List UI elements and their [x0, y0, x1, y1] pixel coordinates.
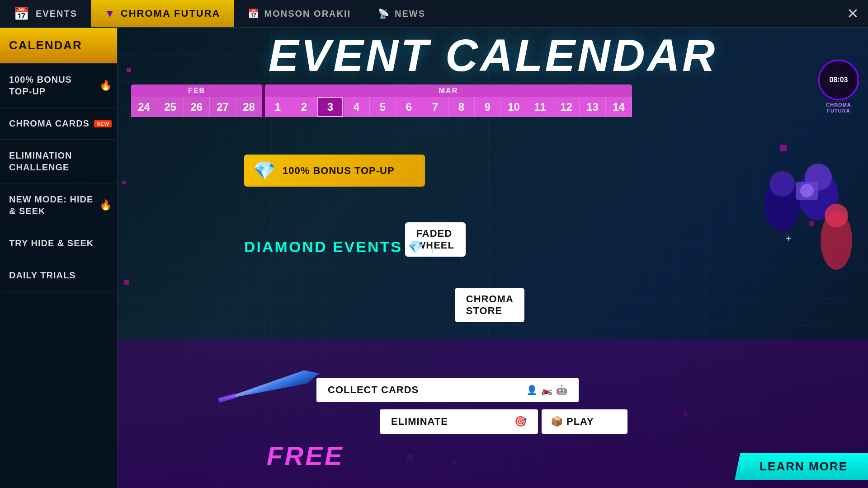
sidebar-item-daily-trials[interactable]: DAILY TRIALS: [0, 259, 117, 291]
play-label: PLAY: [566, 416, 594, 427]
new-badge: NEW: [94, 119, 112, 127]
eliminate-label: ELIMINATE: [391, 416, 448, 427]
date-25[interactable]: 25: [157, 97, 184, 117]
free-text-area: FREE: [267, 441, 344, 471]
svg-point-1: [805, 164, 832, 191]
nav-monson-orakii[interactable]: 📅 MONSON ORAKII: [234, 8, 365, 19]
date-5[interactable]: 5: [370, 97, 396, 117]
date-1[interactable]: 1: [265, 97, 291, 117]
topup-gem-icon: 💎: [253, 160, 276, 181]
date-27[interactable]: 27: [210, 97, 236, 117]
characters-svg: [737, 159, 854, 308]
play-card[interactable]: 📦 PLAY: [542, 409, 627, 434]
sidebar-item-calendar[interactable]: CALENDAR: [0, 28, 117, 64]
close-button[interactable]: ✕: [847, 5, 859, 22]
nav-chroma-label: CHROMA FUTURA: [121, 8, 221, 19]
date-14[interactable]: 14: [606, 97, 632, 117]
svg-point-2: [764, 177, 800, 231]
item-icon-1: 👤: [526, 385, 538, 395]
eliminate-card[interactable]: ELIMINATE 🎯: [380, 409, 538, 434]
month-mar-label: MAR: [265, 84, 632, 97]
svg-rect-6: [796, 182, 818, 200]
date-7[interactable]: 7: [422, 97, 448, 117]
bonus-topup-area: 💎 100% BONUS TOP-UP: [244, 155, 425, 196]
nav-news-label: NEWS: [395, 9, 425, 19]
date-8[interactable]: 8: [448, 97, 475, 117]
svg-point-7: [800, 184, 814, 197]
play-box-icon: 📦: [551, 416, 563, 427]
collect-cards-row: COLLECT CARDS 👤 🏍️ 🤖: [316, 378, 579, 402]
nav-monson-label: MONSON ORAKII: [264, 9, 351, 19]
collect-cards-card[interactable]: COLLECT CARDS 👤 🏍️ 🤖: [316, 378, 579, 402]
date-24[interactable]: 24: [131, 97, 157, 117]
eliminate-play-row: ELIMINATE 🎯 📦 PLAY: [380, 409, 627, 434]
chroma-logo: 08:03 CHROMAFUTURA: [818, 60, 859, 114]
sidebar-label-try: TRY HIDE & SEEK: [9, 237, 94, 249]
sidebar-label-chroma-cards: CHROMA CARDS: [9, 117, 90, 129]
collect-cards-items: 👤 🏍️ 🤖: [526, 385, 567, 395]
free-label: FREE: [267, 441, 344, 470]
sidebar-label-calendar: CALENDAR: [9, 38, 82, 53]
svg-point-4: [821, 211, 852, 270]
date-3[interactable]: 3: [317, 97, 344, 117]
sidebar-label-bonus: 100% BONUSTOP-UP: [9, 74, 72, 97]
chroma-arrow-icon: ▼: [104, 7, 116, 20]
date-2[interactable]: 2: [291, 97, 317, 117]
fire-icon-mode: 🔥: [99, 199, 112, 211]
learn-more-button[interactable]: LEARN MORE: [735, 453, 868, 480]
date-12[interactable]: 12: [553, 97, 580, 117]
fire-icon-bonus: 🔥: [99, 80, 112, 91]
chroma-store-label: CHROMA STORE: [466, 293, 513, 317]
date-13[interactable]: 13: [580, 97, 606, 117]
svg-rect-9: [218, 394, 236, 403]
bonus-topup-label: 100% BONUS TOP-UP: [283, 165, 395, 177]
month-feb-group: FEB 24 25 26 27 28: [131, 84, 262, 117]
collect-cards-label: COLLECT CARDS: [328, 384, 419, 396]
sidebar-label-elimination: ELIMINATIONCHALLENGE: [9, 150, 72, 173]
date-6[interactable]: 6: [396, 97, 422, 117]
sidebar-label-daily: DAILY TRIALS: [9, 269, 76, 281]
sidebar-item-bonus-topup[interactable]: 100% BONUSTOP-UP 🔥: [0, 64, 117, 108]
mar-dates: 1 2 3 4 5 6 7 8 9 10 11 12 13 14: [265, 97, 632, 117]
sidebar-item-hide-seek-new[interactable]: NEW MODE: HIDE& SEEK 🔥: [0, 183, 117, 227]
top-nav: 📅 EVENTS ▼ CHROMA FUTURA 📅 MONSON ORAKII…: [0, 0, 868, 28]
month-feb-label: FEB: [131, 84, 262, 97]
main-content: 08:03 CHROMAFUTURA EVENT CALENDAR FEB 24…: [118, 28, 868, 488]
item-icon-2: 🏍️: [541, 385, 552, 395]
event-calendar-title: EVENT CALENDAR: [118, 33, 868, 78]
chroma-logo-time: 08:03: [830, 76, 848, 84]
svg-point-0: [798, 170, 839, 220]
date-9[interactable]: 9: [475, 97, 501, 117]
sidebar-item-chroma-cards[interactable]: CHROMA CARDS NEW: [0, 108, 117, 140]
month-mar-group: MAR 1 2 3 4 5 6 7 8 9 10 11 12 13 14: [265, 84, 632, 117]
sidebar: CALENDAR 100% BONUSTOP-UP 🔥 CHROMA CARDS…: [0, 28, 118, 488]
svg-point-3: [769, 171, 795, 197]
sidebar-label-new-mode: NEW MODE: HIDE& SEEK: [9, 193, 93, 217]
divider-bar: |: [431, 241, 434, 253]
chroma-logo-circle: 08:03: [818, 60, 859, 100]
feb-dates: 24 25 26 27 28: [131, 97, 262, 117]
nav-events-label: EVENTS: [36, 9, 77, 19]
sidebar-item-elimination[interactable]: ELIMINATIONCHALLENGE: [0, 140, 117, 183]
nav-news[interactable]: 📡 NEWS: [369, 8, 434, 19]
date-4[interactable]: 4: [344, 97, 370, 117]
sidebar-item-try-hide-seek[interactable]: TRY HIDE & SEEK: [0, 227, 117, 259]
bonus-topup-card[interactable]: 💎 100% BONUS TOP-UP: [244, 155, 425, 187]
nav-events[interactable]: 📅 EVENTS: [0, 6, 91, 21]
nav-chroma-futura[interactable]: ▼ CHROMA FUTURA: [91, 0, 234, 27]
date-10[interactable]: 10: [501, 97, 527, 117]
badge-new-text: NEW: [94, 120, 112, 127]
item-icon-3: 🤖: [556, 385, 567, 395]
diamond-events-label: DIAMOND EVENTS: [244, 238, 402, 256]
date-bar: FEB 24 25 26 27 28 MAR 1 2 3 4 5 6 7 8 9: [131, 84, 854, 117]
diamond-events-section: DIAMOND EVENTS 💎 |: [244, 238, 434, 256]
learn-more-label: LEARN MORE: [760, 460, 848, 473]
date-26[interactable]: 26: [184, 97, 210, 117]
date-11[interactable]: 11: [527, 97, 553, 117]
date-28[interactable]: 28: [236, 97, 262, 117]
chroma-store-card[interactable]: CHROMA STORE: [455, 288, 524, 322]
characters-area: [737, 159, 854, 308]
svg-point-5: [825, 204, 848, 227]
chroma-logo-name: CHROMAFUTURA: [826, 102, 851, 114]
news-signal-icon: 📡: [378, 8, 390, 19]
